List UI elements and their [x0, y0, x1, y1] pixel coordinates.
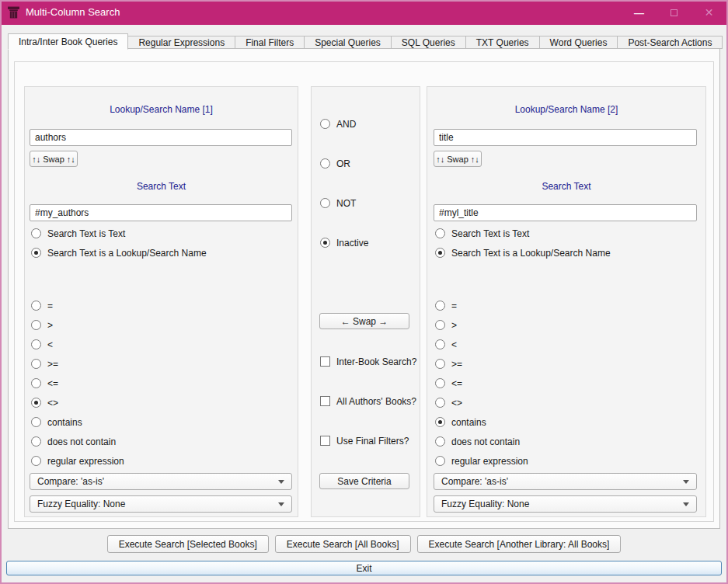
tab[interactable]: SQL Queries: [392, 36, 466, 49]
option-checkbox-group: Inter-Book Search? All Authors' Books? U…: [320, 356, 416, 447]
search-text-header-1: Search Text: [25, 181, 298, 192]
tab[interactable]: Post-Search Actions: [618, 36, 723, 49]
checkbox-indicator: [320, 436, 330, 446]
operator-radio-group-2: = > < >= <= <>: [435, 300, 528, 467]
radio-label: <>: [451, 398, 462, 408]
tab-label: Regular Expressions: [138, 37, 225, 48]
operator-radio[interactable]: >=: [31, 358, 124, 370]
swap-within-column-button-2[interactable]: ↑↓ Swap ↑↓: [434, 151, 482, 167]
radio-label: contains: [47, 417, 82, 428]
radio-label: >: [47, 320, 53, 331]
exit-button[interactable]: Exit: [6, 561, 722, 575]
operator-radio[interactable]: =: [435, 300, 528, 311]
minimize-button[interactable]: —: [622, 0, 657, 25]
text-type-radio[interactable]: Search Text is a Lookup/Search Name: [435, 247, 611, 259]
radio-label: regular expression: [47, 456, 124, 467]
radio-indicator: [31, 436, 41, 447]
option-checkbox[interactable]: Inter-Book Search?: [320, 356, 416, 367]
text-type-radio[interactable]: Search Text is Text: [31, 228, 207, 239]
compare-dropdown-2[interactable]: Compare: 'as-is': [434, 473, 697, 490]
operator-radio[interactable]: regular expression: [435, 455, 528, 467]
logic-radio[interactable]: AND: [320, 118, 368, 130]
radio-indicator: [435, 436, 445, 447]
chevron-down-icon: [278, 502, 284, 506]
radio-indicator: [435, 248, 445, 258]
radio-label: Search Text is Text: [451, 228, 529, 239]
execute-search-button[interactable]: Execute Search [Selected Books]: [107, 535, 269, 553]
swap-within-column-button-1[interactable]: ↑↓ Swap ↑↓: [30, 151, 78, 167]
operator-radio[interactable]: <=: [31, 377, 124, 389]
logic-radio[interactable]: Inactive: [320, 237, 368, 249]
tab[interactable]: TXT Queries: [466, 36, 540, 49]
radio-indicator: [435, 228, 445, 238]
fuzzy-dropdown-1[interactable]: Fuzzy Equality: None: [30, 495, 292, 513]
operator-radio[interactable]: >: [31, 319, 124, 331]
radio-indicator: [31, 417, 41, 427]
radio-indicator: [435, 417, 445, 427]
option-checkbox[interactable]: Use Final Filters?: [320, 435, 416, 447]
maximize-button[interactable]: [657, 0, 691, 25]
operator-radio[interactable]: regular expression: [31, 455, 124, 467]
lookup-name-input-1[interactable]: [30, 129, 292, 146]
tab[interactable]: Word Queries: [540, 36, 618, 49]
operator-radio[interactable]: <: [435, 339, 528, 350]
maximize-icon: [671, 9, 677, 16]
operator-radio[interactable]: >: [435, 319, 528, 331]
radio-label: Inactive: [336, 238, 368, 249]
operator-radio[interactable]: contains: [31, 416, 124, 428]
radio-indicator: [320, 158, 330, 169]
logic-radio[interactable]: OR: [320, 158, 368, 169]
radio-label: =: [47, 301, 53, 311]
operator-radio[interactable]: <>: [435, 397, 528, 408]
chevron-down-icon: [278, 480, 284, 484]
lookup-name-input-2[interactable]: [434, 129, 697, 146]
multi-column-search-window: Multi-Column Search — ✕ Intra/Inter Book…: [0, 0, 728, 584]
operator-radio[interactable]: <=: [435, 377, 528, 389]
radio-label: does not contain: [47, 436, 116, 447]
execute-search-button[interactable]: Execute Search [All Books]: [275, 535, 411, 553]
tab[interactable]: Intra/Inter Book Queries: [8, 33, 128, 50]
radio-indicator: [31, 359, 41, 369]
text-type-radio[interactable]: Search Text is a Lookup/Search Name: [31, 247, 207, 259]
operator-radio[interactable]: =: [31, 300, 124, 311]
search-text-input-2[interactable]: [434, 204, 697, 221]
logic-radio[interactable]: NOT: [320, 197, 368, 209]
lookup-name-header-1: Lookup/Search Name [1]: [25, 104, 298, 115]
radio-indicator: [435, 398, 445, 408]
swap-columns-button[interactable]: ← Swap →: [319, 313, 409, 329]
tab-label: Special Queries: [315, 37, 381, 48]
lookup-name-header-2: Lookup/Search Name [2]: [427, 104, 705, 115]
operator-radio[interactable]: <: [31, 339, 124, 350]
operator-radio[interactable]: >=: [435, 358, 528, 370]
radio-label: <: [451, 339, 457, 350]
radio-indicator: [320, 198, 330, 208]
fuzzy-dropdown-2[interactable]: Fuzzy Equality: None: [434, 495, 697, 513]
operator-radio[interactable]: does not contain: [31, 436, 124, 447]
radio-indicator: [31, 248, 41, 258]
compare-dropdown-1[interactable]: Compare: 'as-is': [30, 473, 292, 490]
option-checkbox[interactable]: All Authors' Books?: [320, 395, 416, 407]
radio-label: <: [47, 339, 53, 350]
radio-indicator: [31, 456, 41, 466]
radio-indicator: [31, 301, 41, 311]
save-criteria-button[interactable]: Save Criteria: [319, 473, 409, 489]
operator-radio[interactable]: <>: [31, 397, 124, 408]
text-type-radio-group-1: Search Text is Text Search Text is a Loo…: [31, 228, 207, 259]
radio-label: does not contain: [451, 436, 520, 447]
execute-buttons-row: Execute Search [Selected Books] Execute …: [0, 535, 728, 553]
close-button[interactable]: ✕: [691, 0, 726, 25]
compare-dropdown-value: Compare: 'as-is': [441, 476, 508, 487]
tab-label: Post-Search Actions: [628, 37, 712, 48]
search-text-input-1[interactable]: [30, 204, 292, 221]
radio-indicator: [435, 456, 445, 466]
operator-radio[interactable]: contains: [435, 416, 528, 428]
execute-search-button[interactable]: Execute Search [Another Library: All Boo…: [417, 535, 622, 553]
radio-indicator: [31, 228, 41, 238]
tab[interactable]: Special Queries: [305, 36, 392, 49]
tab[interactable]: Final Filters: [235, 36, 305, 49]
text-type-radio[interactable]: Search Text is Text: [435, 228, 611, 239]
pillar-app-icon: [7, 5, 20, 19]
tab[interactable]: Regular Expressions: [128, 36, 235, 49]
tab-bar: Intra/Inter Book Queries Regular Express…: [8, 33, 723, 49]
operator-radio[interactable]: does not contain: [435, 436, 528, 447]
